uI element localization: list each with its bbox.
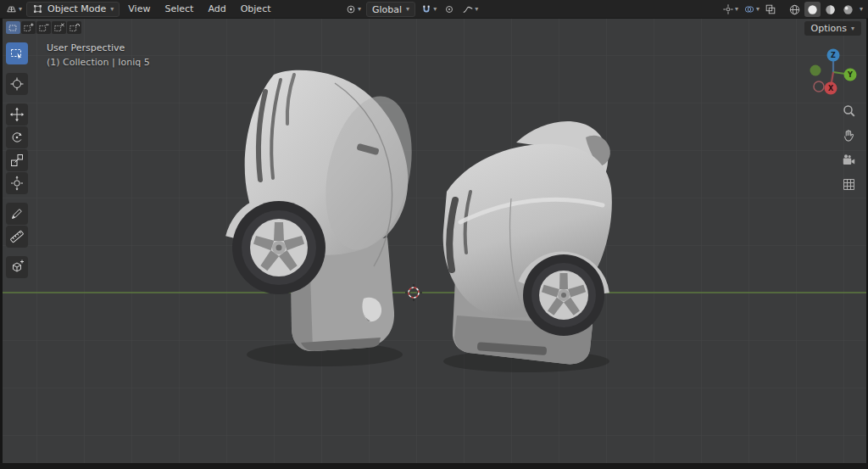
svg-text:X: X	[828, 85, 834, 92]
pan-hand-icon[interactable]	[840, 126, 857, 143]
toolbar	[6, 42, 28, 278]
shading-rendered-icon	[842, 3, 854, 16]
tool-scale[interactable]	[6, 149, 28, 171]
shading-material-button[interactable]	[822, 2, 838, 17]
tool-add-cube[interactable]	[6, 256, 28, 278]
object-mode-icon	[32, 3, 43, 14]
chevron-down-icon: ▾	[851, 25, 854, 32]
orientation-dropdown[interactable]: Global ▾	[366, 2, 415, 17]
shading-wireframe-button[interactable]	[787, 2, 803, 17]
shading-material-icon	[824, 3, 837, 16]
menu-add[interactable]: Add	[202, 3, 231, 15]
axis-y-handle[interactable]: Y	[844, 69, 857, 81]
chevron-down-icon: ▾	[19, 6, 22, 13]
orientation-dropdown-label: Global	[372, 4, 402, 15]
select-mode-invert-button[interactable]	[52, 21, 66, 34]
show-gizmos-dropdown[interactable]: ▾	[721, 2, 740, 17]
tool-measure[interactable]	[6, 226, 28, 248]
menu-select[interactable]: Select	[159, 3, 199, 15]
select-mode-intersect-button[interactable]	[67, 21, 81, 34]
overlays-icon	[743, 3, 755, 15]
svg-text:Y: Y	[847, 71, 853, 79]
xray-icon	[765, 3, 776, 15]
transform-pivot-dropdown[interactable]: ▾	[343, 2, 363, 17]
gizmos-icon	[722, 3, 734, 15]
menu-view[interactable]: View	[122, 3, 156, 15]
select-mode-subtract-button[interactable]	[36, 21, 51, 34]
viewport-editor-icon	[5, 3, 18, 15]
shading-solid-icon	[806, 3, 819, 16]
shading-settings-dropdown[interactable]: ▾	[858, 2, 865, 17]
options-button[interactable]: Options ▾	[804, 21, 861, 36]
window-bottom-edge	[0, 463, 868, 469]
tool-move[interactable]	[6, 103, 28, 126]
proportional-editing-toggle[interactable]	[442, 2, 457, 17]
chevron-down-icon: ▾	[110, 6, 114, 13]
mode-dropdown-label: Object Mode	[47, 3, 106, 14]
scene-canvas[interactable]	[3, 19, 866, 463]
tool-rotate[interactable]	[6, 126, 28, 148]
grid-floor	[3, 19, 866, 463]
falloff-curve-icon	[462, 3, 474, 15]
camera-view-icon[interactable]	[840, 151, 857, 168]
chevron-down-icon: ▾	[358, 6, 361, 13]
select-mode-set-button[interactable]	[6, 21, 20, 34]
tool-transform[interactable]	[6, 172, 28, 194]
chevron-down-icon: ▾	[860, 6, 863, 13]
show-overlays-dropdown[interactable]: ▾	[742, 2, 761, 17]
axis-neg-y-handle[interactable]	[810, 65, 821, 76]
chevron-down-icon: ▾	[756, 6, 760, 13]
proportional-falloff-dropdown[interactable]: ▾	[460, 2, 480, 17]
viewport-3d[interactable]: Options ▾ User Perspective (1) Collectio…	[3, 19, 866, 463]
axis-x-handle[interactable]: X	[825, 82, 837, 95]
proportional-editing-icon	[443, 3, 455, 15]
chevron-down-icon: ▾	[735, 6, 738, 13]
axis-neg-x-handle[interactable]	[814, 81, 824, 92]
editor-type-button[interactable]: ▾	[3, 2, 24, 17]
active-collection-label: (1) Collection | Ioniq 5	[47, 55, 150, 70]
view-perspective-label: User Perspective	[47, 41, 150, 55]
menu-object[interactable]: Object	[235, 3, 277, 15]
axis-z-handle[interactable]: Z	[827, 49, 840, 62]
select-mode-options	[6, 21, 81, 34]
pivot-point-icon	[345, 3, 357, 15]
navigation-gizmo[interactable]: Z Y X	[805, 44, 861, 100]
tool-cursor[interactable]	[6, 73, 28, 95]
options-label: Options	[811, 23, 847, 34]
xray-toggle[interactable]	[763, 2, 778, 17]
shading-rendered-button[interactable]	[840, 2, 856, 17]
shading-wireframe-icon	[788, 3, 801, 16]
view-info: User Perspective (1) Collection | Ioniq …	[47, 41, 150, 70]
chevron-down-icon: ▾	[475, 6, 478, 13]
tool-select-box[interactable]	[6, 42, 28, 64]
tool-annotate[interactable]	[6, 203, 28, 225]
topbar: ▾ Object Mode ▾ View Select Add Object ▾…	[0, 0, 868, 19]
svg-text:Z: Z	[831, 52, 836, 59]
magnet-icon	[420, 3, 432, 15]
snap-toggle[interactable]: ▾	[419, 2, 438, 17]
mode-dropdown[interactable]: Object Mode ▾	[26, 2, 120, 17]
chevron-down-icon: ▾	[406, 6, 409, 13]
viewport-nav-controls	[840, 102, 857, 193]
chevron-down-icon: ▾	[433, 6, 437, 13]
shading-solid-button[interactable]	[804, 2, 821, 17]
zoom-icon[interactable]	[840, 102, 857, 119]
select-mode-extend-button[interactable]	[21, 21, 36, 34]
ortho-grid-icon[interactable]	[840, 176, 857, 193]
